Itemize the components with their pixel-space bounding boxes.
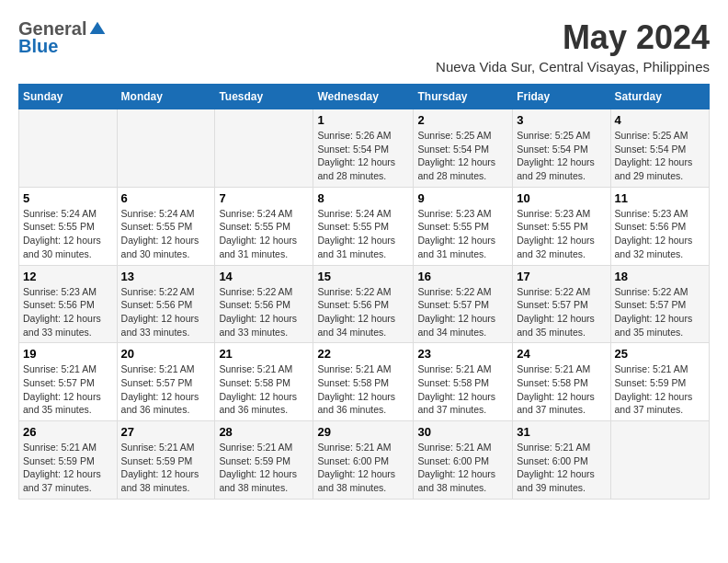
calendar-cell: [19, 109, 118, 188]
day-number: 13: [121, 270, 211, 283]
day-number: 12: [23, 270, 113, 283]
calendar-cell: 10Sunrise: 5:23 AMSunset: 5:55 PMDayligh…: [513, 187, 610, 265]
day-number: 16: [417, 270, 508, 283]
day-number: 14: [219, 270, 309, 283]
day-number: 5: [23, 191, 113, 205]
day-info: Sunrise: 5:22 AMSunset: 5:57 PMDaylight:…: [615, 285, 705, 339]
logo: General Blue: [18, 18, 107, 57]
calendar-cell: 31Sunrise: 5:21 AMSunset: 6:00 PMDayligh…: [513, 421, 610, 500]
calendar-cell: 3Sunrise: 5:25 AMSunset: 5:54 PMDaylight…: [513, 109, 610, 188]
day-info: Sunrise: 5:21 AMSunset: 5:58 PMDaylight:…: [517, 362, 606, 417]
calendar-table: SundayMondayTuesdayWednesdayThursdayFrid…: [18, 84, 710, 500]
day-number: 15: [317, 270, 409, 283]
svg-marker-0: [90, 21, 106, 33]
calendar-cell: 9Sunrise: 5:23 AMSunset: 5:55 PMDaylight…: [414, 187, 513, 265]
page-header: General Blue May 2024 Nueva Vida Sur, Ce…: [18, 18, 710, 75]
day-number: 20: [121, 347, 211, 361]
weekday-header-saturday: Saturday: [610, 85, 709, 109]
day-info: Sunrise: 5:21 AMSunset: 5:59 PMDaylight:…: [23, 441, 113, 495]
day-info: Sunrise: 5:22 AMSunset: 5:57 PMDaylight:…: [417, 285, 508, 339]
day-info: Sunrise: 5:25 AMSunset: 5:54 PMDaylight:…: [517, 129, 606, 183]
calendar-cell: [117, 109, 215, 188]
day-info: Sunrise: 5:21 AMSunset: 6:00 PMDaylight:…: [317, 441, 409, 495]
weekday-header-wednesday: Wednesday: [313, 85, 414, 109]
title-section: May 2024 Nueva Vida Sur, Central Visayas…: [436, 18, 710, 75]
day-info: Sunrise: 5:26 AMSunset: 5:54 PMDaylight:…: [317, 129, 409, 183]
day-info: Sunrise: 5:24 AMSunset: 5:55 PMDaylight:…: [317, 207, 409, 261]
day-number: 30: [417, 425, 508, 439]
weekday-header-friday: Friday: [513, 85, 610, 109]
day-info: Sunrise: 5:21 AMSunset: 5:58 PMDaylight:…: [219, 362, 309, 417]
calendar-cell: 26Sunrise: 5:21 AMSunset: 5:59 PMDayligh…: [19, 421, 118, 500]
day-number: 4: [615, 113, 705, 127]
day-info: Sunrise: 5:21 AMSunset: 5:57 PMDaylight:…: [121, 362, 211, 417]
day-info: Sunrise: 5:22 AMSunset: 5:56 PMDaylight:…: [121, 285, 211, 339]
calendar-cell: 6Sunrise: 5:24 AMSunset: 5:55 PMDaylight…: [117, 187, 215, 265]
day-number: 10: [517, 191, 606, 205]
day-info: Sunrise: 5:25 AMSunset: 5:54 PMDaylight:…: [417, 129, 508, 183]
day-info: Sunrise: 5:21 AMSunset: 5:59 PMDaylight:…: [219, 441, 309, 495]
calendar-cell: 25Sunrise: 5:21 AMSunset: 5:59 PMDayligh…: [610, 343, 709, 421]
calendar-week-row: 12Sunrise: 5:23 AMSunset: 5:56 PMDayligh…: [19, 265, 710, 343]
weekday-header-sunday: Sunday: [19, 85, 118, 109]
day-number: 3: [517, 113, 606, 127]
day-number: 18: [615, 270, 705, 283]
day-number: 8: [317, 191, 409, 205]
day-info: Sunrise: 5:21 AMSunset: 5:58 PMDaylight:…: [417, 362, 508, 417]
calendar-cell: 7Sunrise: 5:24 AMSunset: 5:55 PMDaylight…: [215, 187, 313, 265]
calendar-cell: 29Sunrise: 5:21 AMSunset: 6:00 PMDayligh…: [313, 421, 414, 500]
calendar-cell: 16Sunrise: 5:22 AMSunset: 5:57 PMDayligh…: [414, 265, 513, 343]
month-year-title: May 2024: [436, 18, 710, 57]
calendar-cell: 2Sunrise: 5:25 AMSunset: 5:54 PMDaylight…: [414, 109, 513, 188]
day-number: 29: [317, 425, 409, 439]
calendar-cell: 21Sunrise: 5:21 AMSunset: 5:58 PMDayligh…: [215, 343, 313, 421]
logo-blue: Blue: [18, 36, 58, 57]
day-info: Sunrise: 5:21 AMSunset: 5:57 PMDaylight:…: [23, 362, 113, 417]
calendar-week-row: 1Sunrise: 5:26 AMSunset: 5:54 PMDaylight…: [19, 109, 710, 188]
logo-icon: [88, 20, 107, 39]
calendar-cell: 30Sunrise: 5:21 AMSunset: 6:00 PMDayligh…: [414, 421, 513, 500]
calendar-week-row: 19Sunrise: 5:21 AMSunset: 5:57 PMDayligh…: [19, 343, 710, 421]
day-info: Sunrise: 5:25 AMSunset: 5:54 PMDaylight:…: [615, 129, 705, 183]
calendar-week-row: 26Sunrise: 5:21 AMSunset: 5:59 PMDayligh…: [19, 421, 710, 500]
calendar-cell: 23Sunrise: 5:21 AMSunset: 5:58 PMDayligh…: [414, 343, 513, 421]
day-info: Sunrise: 5:23 AMSunset: 5:56 PMDaylight:…: [615, 207, 705, 261]
day-info: Sunrise: 5:23 AMSunset: 5:55 PMDaylight:…: [517, 207, 606, 261]
calendar-cell: 22Sunrise: 5:21 AMSunset: 5:58 PMDayligh…: [313, 343, 414, 421]
day-number: 24: [517, 347, 606, 361]
day-number: 21: [219, 347, 309, 361]
calendar-cell: [215, 109, 313, 188]
calendar-cell: 1Sunrise: 5:26 AMSunset: 5:54 PMDaylight…: [313, 109, 414, 188]
day-info: Sunrise: 5:21 AMSunset: 5:59 PMDaylight:…: [121, 441, 211, 495]
calendar-cell: 13Sunrise: 5:22 AMSunset: 5:56 PMDayligh…: [117, 265, 215, 343]
day-info: Sunrise: 5:22 AMSunset: 5:56 PMDaylight:…: [317, 285, 409, 339]
calendar-cell: 24Sunrise: 5:21 AMSunset: 5:58 PMDayligh…: [513, 343, 610, 421]
calendar-week-row: 5Sunrise: 5:24 AMSunset: 5:55 PMDaylight…: [19, 187, 710, 265]
calendar-cell: 15Sunrise: 5:22 AMSunset: 5:56 PMDayligh…: [313, 265, 414, 343]
calendar-cell: 27Sunrise: 5:21 AMSunset: 5:59 PMDayligh…: [117, 421, 215, 500]
day-number: 22: [317, 347, 409, 361]
day-info: Sunrise: 5:24 AMSunset: 5:55 PMDaylight:…: [219, 207, 309, 261]
location-subtitle: Nueva Vida Sur, Central Visayas, Philipp…: [436, 59, 710, 75]
calendar-cell: [610, 421, 709, 500]
calendar-cell: 4Sunrise: 5:25 AMSunset: 5:54 PMDaylight…: [610, 109, 709, 188]
day-number: 25: [615, 347, 705, 361]
weekday-header-monday: Monday: [117, 85, 215, 109]
day-number: 23: [417, 347, 508, 361]
calendar-cell: 18Sunrise: 5:22 AMSunset: 5:57 PMDayligh…: [610, 265, 709, 343]
weekday-header-tuesday: Tuesday: [215, 85, 313, 109]
weekday-header-thursday: Thursday: [414, 85, 513, 109]
day-number: 2: [417, 113, 508, 127]
day-info: Sunrise: 5:23 AMSunset: 5:55 PMDaylight:…: [417, 207, 508, 261]
day-info: Sunrise: 5:21 AMSunset: 5:58 PMDaylight:…: [317, 362, 409, 417]
day-info: Sunrise: 5:21 AMSunset: 6:00 PMDaylight:…: [517, 441, 606, 495]
calendar-cell: 5Sunrise: 5:24 AMSunset: 5:55 PMDaylight…: [19, 187, 118, 265]
day-info: Sunrise: 5:22 AMSunset: 5:56 PMDaylight:…: [219, 285, 309, 339]
day-number: 31: [517, 425, 606, 439]
day-number: 28: [219, 425, 309, 439]
weekday-header-row: SundayMondayTuesdayWednesdayThursdayFrid…: [19, 85, 710, 109]
calendar-cell: 19Sunrise: 5:21 AMSunset: 5:57 PMDayligh…: [19, 343, 118, 421]
day-number: 26: [23, 425, 113, 439]
day-number: 11: [615, 191, 705, 205]
calendar-cell: 14Sunrise: 5:22 AMSunset: 5:56 PMDayligh…: [215, 265, 313, 343]
